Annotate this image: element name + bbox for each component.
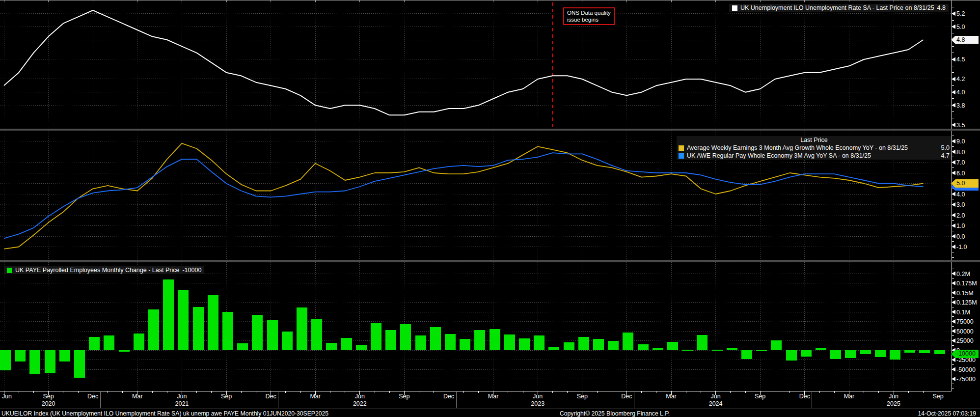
- earnings-legend[interactable]: Last Price Average Weekly Earnings 3 Mon…: [677, 136, 952, 160]
- svg-text:2023: 2023: [531, 400, 544, 407]
- svg-text:5.0: 5.0: [956, 24, 965, 30]
- copyright-text: Copyright© 2025 Bloomberg Finance L.P.: [560, 410, 670, 417]
- unemployment-legend[interactable]: UK Unemployment ILO Unemployment Rate SA…: [729, 4, 949, 12]
- svg-text:Mar: Mar: [666, 393, 677, 400]
- svg-text:Mar: Mar: [844, 393, 855, 400]
- ons-data-quality-annotation: ONS Data quality issue begins: [563, 7, 615, 25]
- svg-text:0.2M: 0.2M: [956, 271, 970, 278]
- svg-text:Sep: Sep: [755, 393, 765, 400]
- svg-text:2025: 2025: [887, 400, 900, 407]
- svg-text:50000: 50000: [956, 328, 974, 335]
- paye-legend-value: -10000: [182, 267, 201, 274]
- unemployment-series-marker: [732, 5, 737, 11]
- svg-text:0.1M: 0.1M: [956, 309, 970, 316]
- regular-pay-series-marker: [679, 153, 684, 159]
- svg-text:3.8: 3.8: [956, 102, 965, 109]
- svg-text:3.0: 3.0: [956, 201, 965, 208]
- svg-text:Jun: Jun: [889, 393, 898, 400]
- unemployment-legend-label: UK Unemployment ILO Unemployment Rate SA…: [740, 4, 934, 11]
- svg-text:0.0: 0.0: [956, 233, 965, 240]
- svg-text:-1.0: -1.0: [956, 244, 967, 250]
- svg-text:5.2: 5.2: [956, 10, 965, 17]
- earnings-legend-row-regular-pay[interactable]: UK AWE Regular Pay Whole Economy 3M Avg …: [677, 152, 952, 160]
- svg-text:Sep: Sep: [399, 393, 409, 400]
- svg-text:2024: 2024: [709, 400, 723, 407]
- svg-text:2022: 2022: [353, 400, 367, 407]
- svg-text:Dec: Dec: [799, 393, 810, 400]
- regular-pay-legend-label: UK AWE Regular Pay Whole Economy 3M Avg …: [687, 152, 871, 159]
- svg-text:9.0: 9.0: [956, 138, 965, 145]
- svg-text:0.15M: 0.15M: [956, 290, 974, 297]
- svg-text:3.5: 3.5: [956, 122, 965, 129]
- unemployment-legend-value: 4.8: [937, 4, 946, 11]
- x-axis: JunSepDecMarJunSepDecMarJunSepDecMarJunS…: [0, 391, 980, 409]
- timestamp: 14-Oct-2025 07:03:19: [918, 410, 976, 417]
- paye-legend[interactable]: UK PAYE Payrolled Employees Monthly Chan…: [4, 266, 204, 274]
- svg-text:Mar: Mar: [488, 393, 499, 400]
- paye-legend-label: UK PAYE Payrolled Employees Monthly Chan…: [15, 267, 179, 274]
- svg-text:Sep: Sep: [932, 393, 943, 400]
- svg-text:Dec: Dec: [87, 393, 98, 400]
- svg-text:4.0: 4.0: [956, 191, 965, 198]
- svg-text:4.0: 4.0: [956, 89, 965, 96]
- annotation-line-1: ONS Data quality: [567, 9, 611, 16]
- regular-pay-legend-value: 4.7: [941, 152, 950, 159]
- svg-text:Dec: Dec: [621, 393, 632, 400]
- paye-plot-area[interactable]: 0.2M0.175M0.15M0.125M0.1M750005000025000…: [0, 262, 980, 391]
- status-bar: UKUEILOR Index (UK Unemployment ILO Unem…: [0, 409, 980, 417]
- svg-text:7.0: 7.0: [956, 159, 965, 166]
- total-pay-legend-value: 5.0: [941, 144, 950, 151]
- svg-text:0.175M: 0.175M: [956, 280, 977, 287]
- svg-text:4.5: 4.5: [956, 56, 965, 63]
- svg-text:Sep: Sep: [43, 393, 54, 400]
- svg-text:Mar: Mar: [310, 393, 321, 400]
- svg-text:4.2: 4.2: [956, 76, 965, 83]
- svg-text:2021: 2021: [175, 400, 189, 407]
- svg-text:Jun: Jun: [2, 393, 12, 400]
- svg-text:1.0: 1.0: [956, 222, 965, 229]
- earnings-legend-row-total-pay[interactable]: Average Weekly Earnings 3 Month Avg Grow…: [677, 144, 952, 152]
- svg-text:Jun: Jun: [711, 393, 721, 400]
- last-price-header: Last Price: [677, 136, 952, 144]
- svg-text:Dec: Dec: [265, 393, 276, 400]
- svg-text:6.0: 6.0: [956, 170, 965, 177]
- total-pay-legend-label: Average Weekly Earnings 3 Month Avg Grow…: [687, 144, 908, 151]
- svg-text:Sep: Sep: [577, 393, 588, 400]
- svg-text:Sep: Sep: [221, 393, 232, 400]
- last-price-badge-paye: -10000: [951, 350, 979, 358]
- total-pay-series-marker: [679, 145, 684, 151]
- svg-text:25000: 25000: [956, 337, 974, 344]
- svg-text:8.0: 8.0: [956, 149, 965, 156]
- svg-text:75000: 75000: [956, 318, 974, 325]
- svg-text:0.125M: 0.125M: [956, 299, 977, 306]
- bloomberg-chart-window: 5.25.04.84.54.24.03.83.5 9.08.07.06.05.0…: [0, 0, 980, 417]
- unemployment-plot-area[interactable]: 5.25.04.84.54.24.03.83.5: [0, 0, 980, 129]
- last-price-badge-total-pay: 5.0: [951, 179, 979, 188]
- svg-text:Jun: Jun: [177, 393, 187, 400]
- last-price-badge-unemployment: 4.8: [951, 36, 979, 44]
- svg-text:Jun: Jun: [355, 393, 365, 400]
- paye-series-marker: [7, 268, 12, 273]
- svg-text:Dec: Dec: [443, 393, 454, 400]
- svg-text:2020: 2020: [42, 400, 55, 407]
- security-description: UKUEILOR Index (UK Unemployment ILO Unem…: [1, 410, 328, 417]
- annotation-line-2: issue begins: [567, 16, 611, 23]
- svg-text:2.0: 2.0: [956, 212, 965, 219]
- svg-text:-75000: -75000: [956, 376, 976, 383]
- svg-text:Mar: Mar: [132, 393, 143, 400]
- svg-text:-50000: -50000: [956, 366, 976, 373]
- svg-text:Jun: Jun: [533, 393, 543, 400]
